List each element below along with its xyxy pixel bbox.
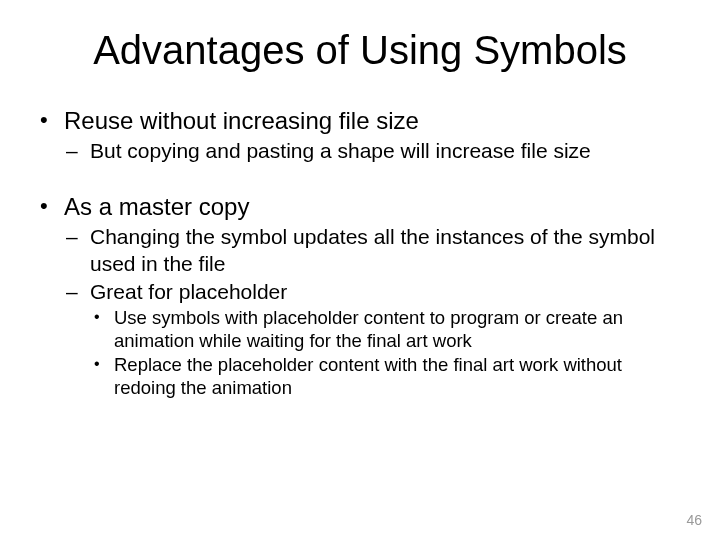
bullet-text: As a master copy	[64, 193, 249, 220]
sub-bullet-item: But copying and pasting a shape will inc…	[64, 138, 684, 164]
sub-bullet-item: Great for placeholder Use symbols with p…	[64, 279, 684, 400]
sub-sub-bullet-item: Replace the placeholder content with the…	[90, 354, 684, 399]
slide-title: Advantages of Using Symbols	[36, 28, 684, 72]
sub-bullet-list: Changing the symbol updates all the inst…	[64, 224, 684, 399]
sub-bullet-item: Changing the symbol updates all the inst…	[64, 224, 684, 277]
page-number: 46	[686, 512, 702, 528]
sub-bullet-text: Changing the symbol updates all the inst…	[90, 225, 655, 274]
sub-sub-bullet-text: Replace the placeholder content with the…	[114, 354, 622, 398]
sub-sub-bullet-list: Use symbols with placeholder content to …	[90, 307, 684, 399]
slide-body: Reuse without increasing file size But c…	[36, 106, 684, 399]
bullet-item: Reuse without increasing file size But c…	[36, 106, 684, 164]
sub-bullet-text: But copying and pasting a shape will inc…	[90, 139, 591, 162]
spacer	[36, 168, 684, 192]
sub-sub-bullet-item: Use symbols with placeholder content to …	[90, 307, 684, 352]
sub-sub-bullet-text: Use symbols with placeholder content to …	[114, 307, 623, 351]
bullet-list: Reuse without increasing file size But c…	[36, 106, 684, 164]
slide: Advantages of Using Symbols Reuse withou…	[0, 0, 720, 540]
sub-bullet-text: Great for placeholder	[90, 280, 287, 303]
bullet-item: As a master copy Changing the symbol upd…	[36, 192, 684, 399]
bullet-list: As a master copy Changing the symbol upd…	[36, 192, 684, 399]
sub-bullet-list: But copying and pasting a shape will inc…	[64, 138, 684, 164]
bullet-text: Reuse without increasing file size	[64, 107, 419, 134]
